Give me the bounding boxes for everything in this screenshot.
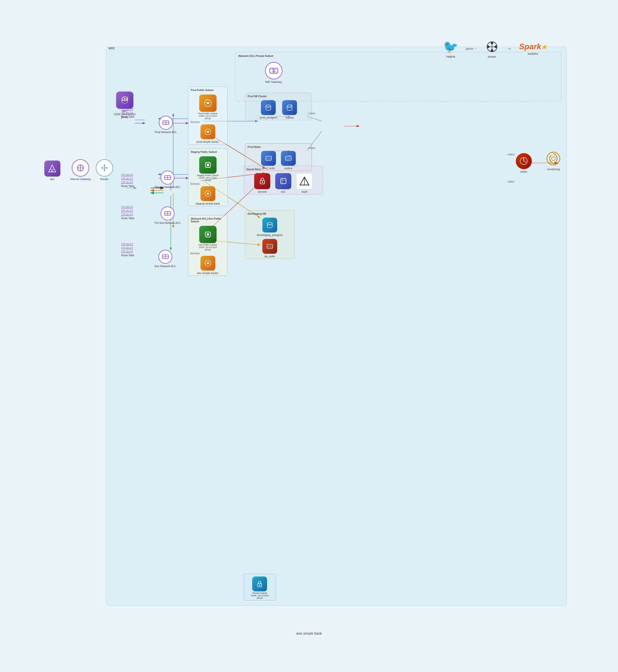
secrets-label: secrets <box>258 190 267 193</box>
svg-point-42 <box>266 105 271 107</box>
prod-network-acl-box[interactable]: Prod Network ACL <box>155 116 177 134</box>
dev-service-icon[interactable] <box>199 226 217 243</box>
collect-label-2: collect <box>507 180 514 183</box>
staging-network-acl-box[interactable]: Staging Network ACL <box>155 171 181 188</box>
dev-staging-db-label: Dev/Staging DB <box>246 212 293 216</box>
dev-staging-db-box: Dev/Staging DB dev/staging_postgres <box>245 210 295 259</box>
private-subnet-lock-box[interactable]: Private SubnetCIDR: 10.0.3.0/24(IPv4) <box>251 576 269 599</box>
vault-box[interactable]: vault <box>296 173 312 193</box>
pvt-route-table-box: 172.16.0.0 172.16.1.0 172.16.2.0 Route T… <box>121 205 134 220</box>
parse-arrow-label: parse → <box>466 47 477 50</box>
staging-route-3[interactable]: 172.16.2.0 <box>121 180 134 184</box>
prod-route-3[interactable]: 172.16.2.0 <box>121 111 134 115</box>
staging-network-acl-label: Staging Network ACL <box>155 185 181 188</box>
dev-route-2[interactable]: 172.16.1.0 <box>121 246 134 250</box>
private-subnet-bottom-label: Private SubnetCIDR: 10.0.3.0/24(IPv4) <box>251 592 269 599</box>
svg-line-65 <box>304 177 309 185</box>
igw-label: Internet Gateway <box>70 177 91 180</box>
prod-redis-cluster-label: Prod Redis <box>246 145 311 149</box>
svg-marker-98 <box>103 164 105 166</box>
dev-network-acl-box[interactable]: Dev Network ACL <box>155 250 176 268</box>
svg-rect-49 <box>266 156 271 160</box>
dns-icon-box[interactable]: 53 dns <box>44 160 61 180</box>
igw-icon[interactable] <box>72 159 89 176</box>
prod-simple-bank-box[interactable]: prod-simple-bank1 <box>189 124 226 143</box>
dev-network-acl-icon[interactable] <box>159 250 172 264</box>
vault-icon[interactable] <box>296 173 312 189</box>
prod-db-cluster-label: Prod DB Cluster <box>246 94 311 99</box>
staging-network-acl-icon[interactable] <box>161 171 175 184</box>
staging-subnet-cidr: Staging Public SubnetCIDR: 10.0.1.0/24(I… <box>197 174 219 181</box>
monitoring-box: monitoring <box>545 151 561 171</box>
vpc-box: VPC <box>106 47 566 606</box>
ec2-icon[interactable] <box>275 173 291 189</box>
dns-label: dns <box>50 177 55 180</box>
dev-route-table-box: 172.16.0.0 172.16.1.0 172.16.2.0 Route T… <box>121 242 134 257</box>
stream-box: stream <box>485 39 499 58</box>
monitoring-label: monitoring <box>547 168 559 171</box>
prod-postgres-replica-box[interactable]: replica <box>282 100 297 119</box>
svg-marker-99 <box>103 170 105 171</box>
prod-redis-replica-icon[interactable] <box>281 151 296 166</box>
prod-simple-bank-icon[interactable] <box>200 124 215 139</box>
secrets-box[interactable]: secrets <box>254 173 270 193</box>
dev-public-subnet-label: (Network ACL) Dev Public Subnet <box>189 217 226 224</box>
private-subnet-lock-icon[interactable] <box>252 576 267 591</box>
prod-postgres-icon[interactable] <box>261 100 276 115</box>
qa-redis-icon[interactable] <box>262 239 277 254</box>
staging-simple-bank-box[interactable]: staging-simple-bank <box>189 186 226 205</box>
dev-route-3[interactable]: 172.16.2.0 <box>121 250 134 254</box>
main-container: VPC <box>37 27 581 645</box>
ec2-box[interactable]: ec2 <box>275 173 291 193</box>
secrets-icon[interactable] <box>254 173 270 189</box>
prod-postgres-replica-label: replica <box>285 116 293 119</box>
prod-redis-icon[interactable] <box>261 151 276 166</box>
svg-text:53: 53 <box>51 170 54 172</box>
metric-label: metric <box>520 170 527 173</box>
staging-services-label: Services <box>189 182 226 185</box>
staging-simple-bank-icon[interactable] <box>200 186 215 201</box>
staging-route-1[interactable]: 172.16.0.0 <box>121 173 134 177</box>
dev-staging-postgres-icon[interactable] <box>262 218 277 233</box>
pvt-route-2[interactable]: 172.16.1.0 <box>121 209 134 213</box>
prod-simple-bank-label: prod-simple-bank1 <box>197 140 219 143</box>
logging-label: logging <box>446 55 455 58</box>
dev-staging-postgres-box[interactable]: dev/staging_postgres <box>246 218 293 237</box>
igw-icon-box[interactable]: Internet Gateway <box>70 159 91 180</box>
pvt-sub-network-acl-box[interactable]: Pvt Sub Network ACL <box>155 207 181 224</box>
footer-label: aws simple bank <box>37 632 581 635</box>
staging-service-icon[interactable] <box>199 156 217 174</box>
staging-route-2[interactable]: 172.16.1.0 <box>121 177 134 180</box>
secret-store-box: Secret Store secrets <box>244 166 323 194</box>
staging-route-table-label: Route Table <box>121 185 134 187</box>
analytics-label: analytics <box>528 52 538 55</box>
dev-service-area: Dev Public SubnetCIDR: 10.0.0.0/24(IPv4) <box>189 226 226 251</box>
dev-services-label: Services <box>189 252 226 255</box>
qa-redis-box[interactable]: qa_redis <box>246 239 293 258</box>
dev-subnet-cidr: Dev Public SubnetCIDR: 10.0.0.0/24(IPv4) <box>199 244 217 251</box>
analytics-spark-box: Spark★ analytics <box>519 42 547 55</box>
prod-network-acl-label: Prod Network ACL <box>155 131 177 134</box>
pvt-sub-network-acl-icon[interactable] <box>161 207 175 220</box>
router-icon-box[interactable]: Router <box>96 159 113 180</box>
secret-store-label: Secret Store <box>245 167 322 172</box>
prod-postgres-box[interactable]: prod_postgres <box>260 100 277 119</box>
pvt-route-1[interactable]: 172.16.0.0 <box>121 205 134 209</box>
router-icon[interactable] <box>96 159 113 176</box>
dns-icon[interactable]: 53 <box>44 160 61 176</box>
svg-rect-52 <box>285 156 291 160</box>
pvt-route-3[interactable]: 172.16.2.0 <box>121 213 134 217</box>
dev-route-1[interactable]: 172.16.0.0 <box>121 242 134 246</box>
prod-db-icons: prod_postgres <box>246 100 311 119</box>
prod-service-icon[interactable] <box>199 95 217 112</box>
svg-point-86 <box>122 100 127 103</box>
pvt-sub-network-acl-label: Pvt Sub Network ACL <box>155 221 181 224</box>
prod-network-acl-icon[interactable] <box>159 116 173 130</box>
ec2-label: ec2 <box>281 190 286 193</box>
prod-postgres-replica-icon[interactable] <box>282 100 297 115</box>
vault-label: vault <box>301 190 307 193</box>
prod-route-2[interactable]: 172.16.1.0 <box>121 108 134 111</box>
dev-simple-bank-icon[interactable] <box>200 256 215 271</box>
dev-simple-bank-box[interactable]: dev-simple-bank1 <box>189 256 226 275</box>
prod-route-1[interactable]: 172.16.0.0 <box>121 104 134 108</box>
